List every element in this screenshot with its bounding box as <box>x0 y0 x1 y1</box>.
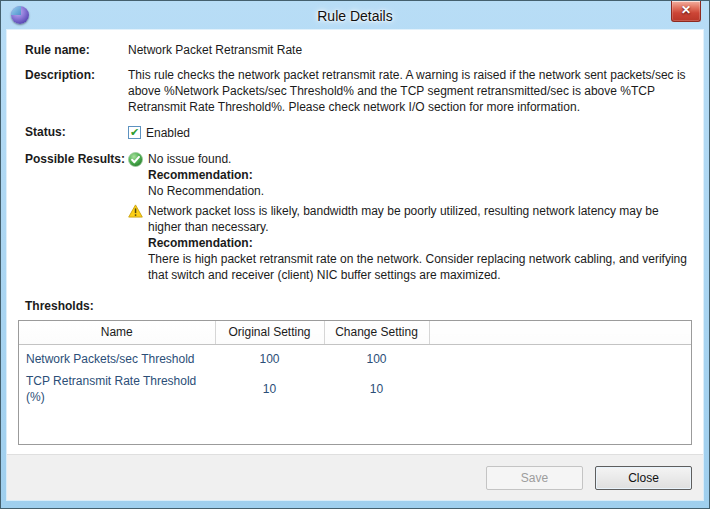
dialog-content: Rule name: Network Packet Retransmit Rat… <box>7 30 703 454</box>
status-checkbox-label: Enabled <box>146 125 190 141</box>
original-setting-value: 10 <box>215 373 324 405</box>
thresholds-table: Name Original Setting Change Setting Net… <box>18 320 692 445</box>
description-text: This rule checks the network packet retr… <box>128 67 692 115</box>
original-setting-value: 100 <box>215 345 324 373</box>
column-header-name: Name <box>19 321 215 345</box>
close-icon: ✕ <box>681 3 691 17</box>
window-title: Rule Details <box>317 8 392 24</box>
recommendation-label: Recommendation: <box>148 235 692 251</box>
sphere-wedge <box>11 6 21 15</box>
threshold-name: TCP Retransmit Rate Threshold (%) <box>19 373 215 405</box>
recommendation-text: There is high packet retransmit rate on … <box>148 251 692 283</box>
column-header-filler <box>429 321 691 345</box>
rule-name-label: Rule name: <box>25 42 128 58</box>
warning-icon <box>128 203 148 283</box>
row-filler <box>429 373 691 405</box>
recommendation-label: Recommendation: <box>148 167 692 183</box>
result-item-warning: Network packet loss is likely, bandwidth… <box>128 203 692 283</box>
thresholds-label-row: Thresholds: <box>18 298 692 314</box>
status-checkbox[interactable]: ✔ <box>128 126 141 139</box>
success-icon <box>128 151 148 199</box>
column-header-change-setting: Change Setting <box>324 321 429 345</box>
checkbox-check-icon: ✔ <box>130 127 139 138</box>
thresholds-label: Thresholds: <box>25 298 94 314</box>
rule-name-value: Network Packet Retransmit Rate <box>128 42 692 58</box>
possible-results-row: Possible Results: <box>18 151 692 287</box>
status-checkbox-wrap: ✔ Enabled <box>128 125 190 141</box>
status-label: Status: <box>25 124 128 140</box>
footer: Save Close <box>7 454 703 500</box>
change-setting-value[interactable]: 100 <box>324 345 429 373</box>
status-row: Status: ✔ Enabled <box>18 124 692 141</box>
row-filler <box>429 345 691 373</box>
threshold-name: Network Packets/sec Threshold <box>19 345 215 373</box>
description-label: Description: <box>25 67 128 115</box>
column-header-original-setting: Original Setting <box>215 321 324 345</box>
result-text: Network packet loss is likely, bandwidth… <box>148 203 692 235</box>
recommendation-text: No Recommendation. <box>148 183 692 199</box>
possible-results-label: Possible Results: <box>25 151 128 287</box>
table-row[interactable]: TCP Retransmit Rate Threshold (%) 10 10 <box>19 373 691 405</box>
app-sphere-icon <box>11 6 29 24</box>
close-button[interactable]: ✕ <box>671 1 701 22</box>
titlebar: Rule Details ✕ <box>1 1 709 30</box>
dialog-body: Rule name: Network Packet Retransmit Rat… <box>7 30 703 500</box>
result-item-success: No issue found. Recommendation: No Recom… <box>128 151 692 199</box>
description-row: Description: This rule checks the networ… <box>18 67 692 115</box>
close-button-footer[interactable]: Close <box>595 466 692 490</box>
thresholds-header-row: Name Original Setting Change Setting <box>19 321 691 345</box>
rule-details-dialog: Rule Details ✕ Rule name: Network Packet… <box>0 0 710 509</box>
change-setting-value[interactable]: 10 <box>324 373 429 405</box>
save-button[interactable]: Save <box>486 466 583 490</box>
table-row[interactable]: Network Packets/sec Threshold 100 100 <box>19 345 691 373</box>
result-text: No issue found. <box>148 151 692 167</box>
rule-name-row: Rule name: Network Packet Retransmit Rat… <box>18 42 692 58</box>
